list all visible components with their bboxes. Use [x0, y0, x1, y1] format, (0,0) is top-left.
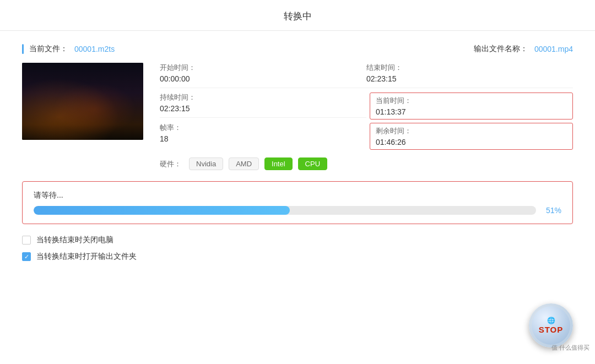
intel-button[interactable]: Intel	[264, 157, 293, 170]
progress-status: 请等待...	[34, 191, 561, 200]
duration-value: 02:23:15	[160, 104, 360, 113]
checkbox-shutdown-box[interactable]	[22, 236, 31, 245]
stop-button[interactable]: 🌐 STOP	[529, 303, 573, 347]
checkbox-shutdown[interactable]: 当转换结束时关闭电脑	[22, 235, 573, 245]
current-file-value: 00001.m2ts	[74, 45, 115, 53]
current-time-value: 01:13:37	[376, 107, 567, 116]
frame-rate-cell: 帧率： 18	[160, 123, 366, 143]
nvidia-button[interactable]: Nvidia	[189, 157, 223, 170]
current-file-label: 当前文件：	[29, 44, 68, 54]
start-time-label: 开始时间：	[160, 63, 366, 73]
cpu-button[interactable]: CPU	[298, 157, 327, 170]
stop-button-inner: 🌐 STOP	[532, 306, 570, 345]
checkbox-open-folder-label: 当转换结束时打开输出文件夹	[36, 252, 137, 262]
duration-cell: 持续时间： 02:23:15	[160, 93, 366, 118]
stop-label: STOP	[539, 325, 564, 334]
remaining-time-value: 01:46:26	[376, 138, 567, 146]
current-file-section: 当前文件： 00001.m2ts	[22, 44, 115, 54]
progress-bar-row: 51%	[34, 206, 561, 215]
checkbox-open-folder-box[interactable]	[22, 252, 31, 261]
current-time-label: 当前时间：	[376, 96, 567, 106]
file-info-row: 当前文件： 00001.m2ts 输出文件名称： 00001.mp4	[22, 44, 573, 54]
output-file-value: 00001.mp4	[534, 45, 573, 53]
globe-icon: 🌐	[547, 317, 555, 324]
progress-bar-fill	[34, 206, 290, 215]
remaining-time-cell: 剩余时间： 01:46:26	[370, 123, 573, 150]
output-file-section: 输出文件名称： 00001.mp4	[474, 44, 573, 54]
frame-rate-value: 18	[160, 134, 360, 143]
duration-label: 持续时间：	[160, 93, 360, 102]
page-title: 转换中	[284, 11, 312, 21]
start-time-value: 00:00:00	[160, 74, 366, 83]
current-time-cell: 当前时间： 01:13:37	[370, 93, 573, 119]
video-thumbnail	[22, 63, 143, 140]
end-time-label: 结束时间：	[366, 63, 573, 73]
progress-section: 请等待... 51%	[22, 181, 573, 224]
progress-bar-background	[34, 206, 536, 215]
thumbnail-scene	[22, 63, 143, 140]
frame-rate-label: 帧率：	[160, 123, 360, 133]
hardware-label: 硬件：	[160, 159, 181, 169]
info-panel: 开始时间： 00:00:00 结束时间： 02:23:15 持续时间： 02:2…	[160, 63, 573, 170]
end-time-value: 02:23:15	[366, 74, 573, 83]
amd-button[interactable]: AMD	[229, 157, 259, 170]
watermark-text: 值 什么值得买	[551, 344, 589, 352]
checkbox-shutdown-label: 当转换结束时关闭电脑	[36, 235, 113, 245]
progress-percent: 51%	[542, 206, 561, 215]
output-file-label: 输出文件名称：	[474, 44, 528, 54]
remaining-time-label: 剩余时间：	[376, 126, 567, 136]
checkbox-open-folder[interactable]: 当转换结束时打开输出文件夹	[22, 252, 573, 262]
title-bar: 转换中	[0, 0, 595, 31]
start-time-cell: 开始时间： 00:00:00	[160, 63, 366, 83]
watermark: 值 什么值得买	[551, 344, 589, 352]
main-section: 开始时间： 00:00:00 结束时间： 02:23:15 持续时间： 02:2…	[22, 63, 573, 170]
hardware-row: 硬件： Nvidia AMD Intel CPU	[160, 157, 573, 170]
end-time-cell: 结束时间： 02:23:15	[366, 63, 573, 83]
